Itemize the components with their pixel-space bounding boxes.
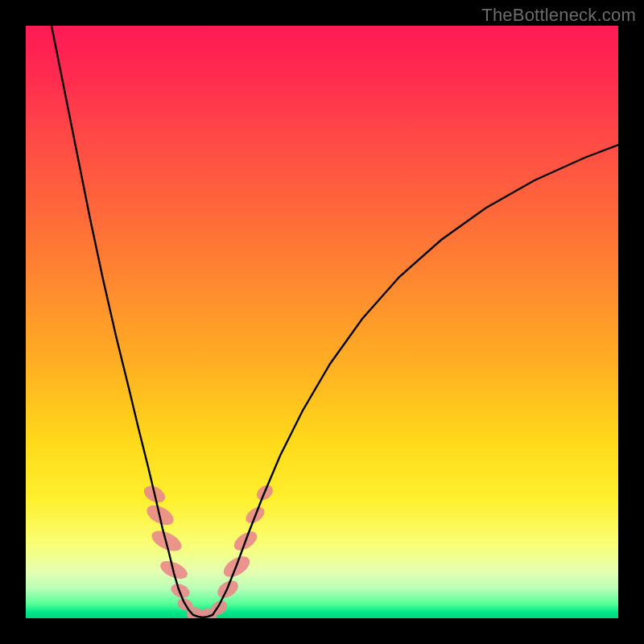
bottleneck-curve [52, 26, 618, 617]
outer-frame: TheBottleneck.com [0, 0, 644, 644]
plot-area [26, 26, 618, 618]
watermark-text: TheBottleneck.com [481, 5, 636, 26]
marker-group [141, 482, 275, 618]
curve-layer [26, 26, 618, 618]
